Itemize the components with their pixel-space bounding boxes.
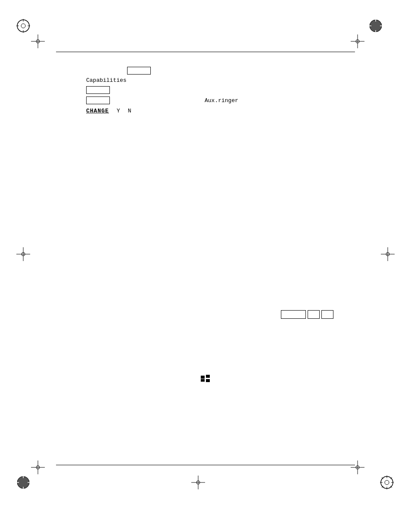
bottom-input-box-2[interactable]: [308, 310, 320, 319]
input-box-1[interactable]: [127, 67, 151, 75]
change-button[interactable]: CHANGE: [86, 108, 109, 114]
reg-mark-bot-left-inner: [30, 460, 46, 475]
reg-mark-bot-left-outer: [16, 475, 31, 490]
bottom-input-box-1[interactable]: [281, 310, 306, 319]
svg-point-12: [370, 20, 382, 32]
input-box-3[interactable]: [86, 96, 110, 104]
aux-ringer-label: Aux.ringer: [205, 97, 238, 104]
svg-rect-50: [206, 379, 210, 382]
reg-mark-mid-left: [16, 246, 31, 262]
reg-mark-bot-right-inner: [350, 460, 365, 475]
reg-mark-bot-center: [190, 475, 206, 490]
svg-rect-47: [201, 376, 205, 379]
svg-point-23: [17, 476, 29, 488]
bottom-rule: [56, 465, 355, 465]
top-rule: [56, 52, 355, 52]
reg-mark-top-left-inner: [30, 34, 46, 49]
input-box-2[interactable]: [86, 86, 110, 94]
svg-rect-48: [201, 379, 205, 382]
n-label: N: [128, 108, 131, 114]
reg-mark-top-right-inner: [350, 34, 365, 49]
capabilities-label: Capabilities: [86, 77, 127, 84]
svg-rect-49: [206, 375, 210, 378]
reg-mark-mid-right: [380, 246, 395, 262]
bottom-right-inputs: [281, 310, 333, 319]
reg-mark-bot-right-outer: [379, 475, 395, 490]
svg-point-1: [21, 24, 25, 28]
reg-mark-top-right-outer: [368, 18, 383, 34]
capabilities-section: Capabilities Aux.ringer CHANGE Y N: [86, 67, 238, 114]
svg-point-38: [385, 480, 389, 485]
change-row: CHANGE Y N: [86, 108, 238, 114]
reg-mark-top-left-outer: [16, 18, 31, 34]
y-label: Y: [117, 108, 120, 114]
page-symbol: [201, 375, 210, 384]
svg-point-0: [17, 20, 29, 32]
bottom-input-box-3[interactable]: [321, 310, 333, 319]
